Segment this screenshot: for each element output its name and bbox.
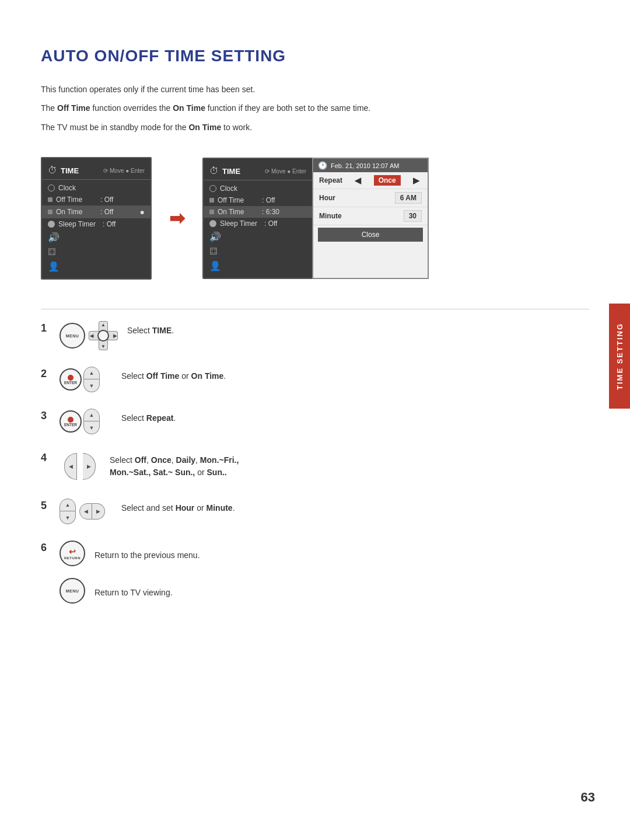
up-btn-step3[interactable]: ▲ [83, 409, 100, 421]
popup-hour-row: Hour 6 AM [313, 189, 428, 207]
left-panel-title: TIME [61, 166, 79, 175]
nav-cross-step1[interactable]: ▲ ▼ ◀ ▶ [89, 321, 118, 350]
return-icon: ↩ [69, 547, 76, 556]
step-5-number: 5 [41, 500, 50, 512]
left-btn-step4[interactable]: ◀ [64, 453, 77, 480]
left-sleep-item: Sleep Timer : Off [42, 218, 150, 230]
popup-hour-value: 6 AM [395, 192, 422, 204]
step-1-row: 1 MENU ▲ ▼ ◀ ▶ Select TIME. [41, 321, 589, 350]
right-panel-header: ⏱ TIME ⟳ Move ● Enter [204, 163, 312, 180]
enter-button-step3[interactable]: ENTER [60, 410, 82, 433]
steps-section: 1 MENU ▲ ▼ ◀ ▶ Select TIME. [41, 321, 589, 604]
popup-header: 🕐 Feb. 21, 2010 12:07 AM [313, 159, 428, 172]
updown-nav-step5[interactable]: ▲ ▼ [60, 499, 76, 524]
arrow-icon: ➡ [169, 207, 185, 229]
popup-datetime: Feb. 21, 2010 12:07 AM [331, 162, 399, 169]
popup-minute-value: 30 [404, 210, 422, 222]
right-offtime-item: Off Time : Off [204, 194, 312, 206]
popup-minute-label: Minute [319, 212, 342, 220]
leftright-nav-step4[interactable]: ◀ ▶ [64, 451, 96, 482]
intro-line1: This function operates only if the curre… [41, 83, 589, 96]
side-tab-label: TIME SETTING [615, 323, 624, 390]
intro-line2: The Off Time function overrides the On T… [41, 102, 589, 114]
right-sleep-item: Sleep Timer : Off [204, 218, 312, 229]
divider [41, 309, 589, 309]
left-ontime-item: On Time : Off ● [42, 205, 150, 218]
right-icon3: 👤 [204, 259, 312, 273]
enter-dot-step3 [68, 417, 74, 423]
enter-nav-step3: ENTER ▲ ▼ [60, 409, 100, 434]
left-icon1: 🔊 [42, 230, 150, 245]
menu-button-step1[interactable]: MENU [60, 323, 85, 348]
enter-button-step2[interactable]: ENTER [60, 368, 82, 391]
clock-icon [48, 184, 55, 191]
down-btn-step2[interactable]: ▼ [83, 379, 100, 392]
popup-panel: 🕐 Feb. 21, 2010 12:07 AM Repeat ◀ Once ▶… [312, 158, 429, 279]
popup-close-button[interactable]: Close [318, 228, 423, 242]
ontime-icon [48, 210, 52, 214]
step-6-number: 6 [41, 542, 50, 554]
right-icon1: 🔊 [204, 229, 312, 244]
menu-button-step6[interactable]: MENU [60, 578, 85, 604]
right-icon2: ⚃ [204, 244, 312, 259]
nav-chevron-down-step1: ▼ [101, 344, 106, 349]
return-button-step6[interactable]: ↩ RETURN [60, 541, 85, 566]
return-label: RETURN [64, 556, 80, 560]
popup-repeat-left[interactable]: ◀ [352, 176, 363, 185]
nav-chevron-right-step1: ▶ [113, 333, 117, 339]
step-5-icons: ▲ ▼ ◀ ▶ [60, 499, 112, 524]
popup-clock-icon: 🕐 [318, 161, 327, 170]
left-time-panel: ⏱ TIME ⟳ Move ● Enter Clock Off Time : O… [41, 157, 152, 280]
left-icon3: 👤 [42, 259, 150, 274]
popup-repeat-right[interactable]: ▶ [411, 176, 422, 185]
step-4-icons: ◀ ▶ [60, 451, 100, 482]
updown-nav-step3[interactable]: ▲ ▼ [83, 409, 100, 434]
nav-chevron-left-step1: ◀ [90, 333, 93, 339]
step-6-row: 6 ↩ RETURN Return to the previous menu. … [41, 541, 589, 604]
step-3-icons: ENTER ▲ ▼ [60, 409, 112, 434]
step-3-row: 3 ENTER ▲ ▼ S [41, 409, 589, 434]
left-panel-header: ⏱ TIME ⟳ Move ● Enter [42, 163, 150, 180]
right-btn-step4[interactable]: ▶ [83, 453, 96, 480]
step-2-icons: ENTER ▲ ▼ [60, 367, 112, 392]
chevron-up-step2: ▲ [89, 370, 94, 376]
step-2-text: Select Off Time or On Time. [121, 367, 226, 382]
popup-repeat-row: Repeat ◀ Once ▶ [313, 172, 428, 189]
diagram-area: ⏱ TIME ⟳ Move ● Enter Clock Off Time : O… [41, 157, 589, 280]
left-panel-nav-hint: ⟳ Move ● Enter [103, 168, 145, 174]
page-number: 63 [581, 790, 595, 805]
chevron-down-step2: ▼ [89, 383, 94, 389]
enter-nav-step2: ENTER ▲ ▼ [60, 367, 100, 392]
right-ontime-item: On Time : 6:30 [204, 206, 312, 218]
step-1-text: Select TIME. [127, 321, 174, 337]
chevron-up-step5: ▲ [65, 502, 71, 508]
right-btn-step5[interactable]: ▶ [92, 503, 105, 520]
right-expanded-area: ⏱ TIME ⟳ Move ● Enter Clock Off Time : O… [202, 158, 429, 279]
up-btn-step5[interactable]: ▲ [60, 499, 76, 511]
enter-label-step3: ENTER [64, 423, 77, 427]
side-tab: TIME SETTING [609, 304, 630, 409]
intro-line3: The TV must be in standby mode for the O… [41, 121, 589, 134]
right-sleep-icon [209, 220, 216, 227]
down-btn-step3[interactable]: ▼ [83, 421, 100, 434]
on-time-bold: On Time [173, 103, 205, 113]
left-btn-step5[interactable]: ◀ [79, 503, 92, 520]
step-4-number: 4 [41, 452, 50, 464]
up-btn-step2[interactable]: ▲ [83, 367, 100, 379]
step-4-text: Select Off, Once, Daily, Mon.~Fri.,Mon.~… [110, 451, 239, 479]
step-4-row: 4 ◀ ▶ Select Off, Once, Daily, Mon.~Fri.… [41, 451, 589, 482]
right-time-panel: ⏱ TIME ⟳ Move ● Enter Clock Off Time : O… [202, 158, 313, 279]
nav-chevron-up-step1: ▲ [101, 322, 106, 327]
leftright-nav-step5[interactable]: ◀ ▶ [79, 503, 105, 520]
step-1-icons: MENU ▲ ▼ ◀ ▶ [60, 321, 118, 350]
page-title: AUTO ON/OFF TIME SETTING [41, 47, 589, 65]
updown-nav-step2[interactable]: ▲ ▼ [83, 367, 100, 392]
step-2-row: 2 ENTER ▲ ▼ S [41, 367, 589, 392]
popup-minute-row: Minute 30 [313, 207, 428, 225]
down-btn-step5[interactable]: ▼ [60, 511, 76, 524]
offtime-icon [48, 197, 52, 202]
menu-label-step6: MENU [66, 589, 79, 593]
chevron-down-step5: ▼ [65, 515, 71, 521]
enter-dot-step2 [68, 375, 74, 381]
popup-hour-label: Hour [319, 194, 335, 202]
